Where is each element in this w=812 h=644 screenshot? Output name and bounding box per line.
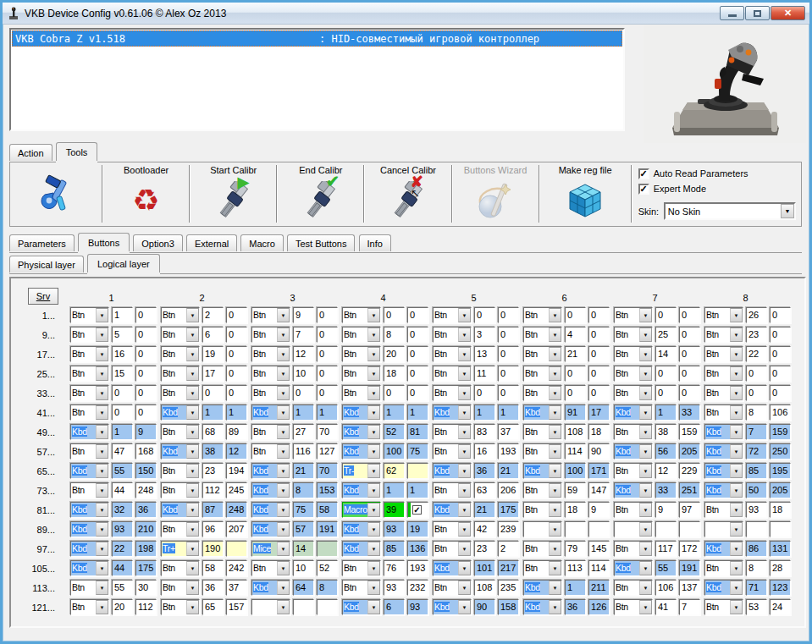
value2-field[interactable]: 0 [498,346,519,362]
value1-field[interactable]: 33 [655,482,677,498]
chevron-down-icon[interactable]: ▼ [277,483,290,498]
chevron-down-icon[interactable]: ▼ [277,308,290,322]
type-dropdown[interactable]: Btn▼ [433,443,472,460]
value2-field[interactable]: 168 [135,443,157,460]
value2-field[interactable]: 37 [498,424,519,440]
value1-field[interactable]: 55 [112,580,133,596]
value1-field[interactable]: 87 [202,502,224,518]
chevron-down-icon[interactable]: ▼ [277,600,290,614]
value1-field[interactable]: 5 [112,327,133,343]
value1-field[interactable]: 36 [202,580,224,596]
value1-field[interactable]: 0 [293,385,314,401]
chevron-down-icon[interactable]: ▼ [458,483,471,498]
type-dropdown[interactable]: Btn▼ [161,599,200,615]
type-dropdown[interactable]: Kbd▼ [433,405,472,421]
value2-field[interactable]: 0 [498,307,519,323]
type-dropdown[interactable]: Btn▼ [614,385,653,401]
value2-field[interactable]: 0 [588,327,610,343]
type-dropdown[interactable]: Btn▼ [161,482,200,498]
value1-field[interactable]: 14 [655,346,677,362]
value1-field[interactable]: 1 [474,405,495,421]
value2-field[interactable]: 0 [588,346,610,362]
type-dropdown[interactable]: Btn▼ [523,327,562,343]
value2-field[interactable]: 0 [588,366,610,382]
close-button[interactable]: ✕ [771,6,805,20]
value2-field[interactable]: 239 [498,521,519,537]
type-dropdown[interactable]: ▼ [614,521,653,537]
chevron-down-icon[interactable]: ▼ [277,522,290,537]
value1-field[interactable]: 90 [474,599,495,615]
end-calibr-button[interactable]: End Calibr ✔ [279,163,362,224]
type-dropdown[interactable]: Kbd▼ [342,443,381,460]
type-dropdown[interactable]: Mice▼ [251,541,290,557]
value1-field[interactable]: 16 [112,346,133,362]
value1-field[interactable]: 18 [384,366,405,382]
value2-field[interactable]: 157 [226,599,247,615]
value2-field[interactable]: 0 [407,366,428,382]
type-dropdown[interactable]: Btn▼ [251,327,290,343]
value1-field[interactable]: 0 [746,385,767,401]
value2-field[interactable]: 0 [588,385,610,401]
value2-field[interactable] [317,599,338,615]
value2-field[interactable]: 0 [498,385,519,401]
value1-field[interactable]: 63 [474,482,495,498]
type-dropdown[interactable]: Kbd▼ [433,463,472,479]
type-dropdown[interactable]: Btn▼ [70,580,109,596]
tab-info[interactable]: Info [359,234,391,251]
value1-field[interactable]: 8 [746,405,767,421]
type-dropdown[interactable]: Kbd▼ [614,482,653,498]
value2-field[interactable]: 0 [407,327,428,343]
value2-field[interactable]: 114 [588,560,610,576]
chevron-down-icon[interactable]: ▼ [96,522,108,537]
type-dropdown[interactable]: Kbd▼ [251,521,290,537]
type-dropdown[interactable]: Btn▼ [704,327,743,343]
value1-field[interactable]: 85 [384,541,405,557]
type-dropdown[interactable]: Btn▼ [342,560,381,576]
value1-field[interactable]: 23 [746,327,767,343]
value2-field[interactable]: 1 [407,482,428,498]
chevron-down-icon[interactable]: ▼ [730,405,743,420]
value2-field[interactable]: 171 [588,463,610,479]
value1-field[interactable]: 11 [474,366,495,382]
value1-field[interactable]: 55 [655,560,677,576]
chevron-down-icon[interactable]: ▼ [730,503,743,517]
auto-read-parameters-checkbox[interactable]: ✓ Auto Read Parameters [638,166,796,181]
value2-field[interactable]: 245 [226,482,247,498]
chevron-down-icon[interactable]: ▼ [367,405,380,420]
value2-field[interactable]: 0 [135,385,157,401]
value1-field[interactable]: 93 [384,580,405,596]
value2-field[interactable]: 0 [226,366,247,382]
value1-field[interactable]: 62 [384,463,405,479]
value1-field[interactable]: 18 [565,502,586,518]
value2-field[interactable]: 0 [135,346,157,362]
value2-field[interactable]: 19 [407,521,428,537]
type-dropdown[interactable]: Btn▼ [704,346,743,362]
value1-field[interactable]: 0 [655,385,677,401]
value2-field[interactable] [770,521,791,537]
type-dropdown[interactable]: Kbd▼ [704,443,743,460]
type-dropdown[interactable]: Kbd▼ [704,482,743,498]
value1-field[interactable]: 96 [202,521,224,537]
chevron-down-icon[interactable]: ▼ [277,347,290,361]
value1-field[interactable]: 53 [746,599,767,615]
value1-field[interactable]: 36 [565,599,586,615]
value2-field[interactable]: 195 [770,463,791,479]
type-dropdown[interactable]: Kbd▼ [433,599,472,615]
chevron-down-icon[interactable]: ▼ [549,386,561,400]
chevron-down-icon[interactable]: ▼ [549,347,561,361]
value2-field[interactable]: 0 [498,327,519,343]
value1-field[interactable]: 4 [565,327,586,343]
chevron-down-icon[interactable]: ▼ [458,561,471,575]
value2-field[interactable]: 70 [317,463,338,479]
chevron-down-icon[interactable]: ▼ [639,561,652,575]
type-dropdown[interactable]: Btn▼ [433,521,472,537]
type-dropdown[interactable]: Btn▼ [704,385,743,401]
value1-field[interactable]: 32 [112,502,133,518]
value2-field[interactable]: 17 [588,405,610,421]
chevron-down-icon[interactable]: ▼ [458,581,471,595]
value1-field[interactable]: 12 [655,463,677,479]
chevron-down-icon[interactable]: ▼ [186,425,199,439]
chevron-down-icon[interactable]: ▼ [458,386,471,400]
type-dropdown[interactable]: Btn▼ [70,327,109,343]
value2-field[interactable]: 205 [770,482,791,498]
